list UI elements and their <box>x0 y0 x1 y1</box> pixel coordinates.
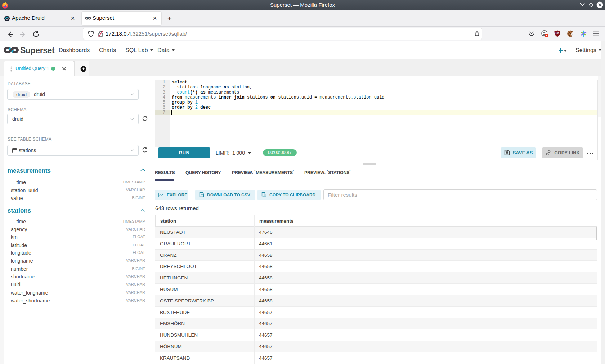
svg-text:UO: UO <box>556 32 559 35</box>
